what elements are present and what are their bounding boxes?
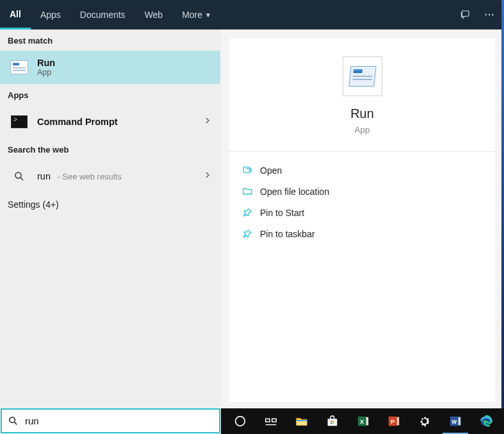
store-icon: [325, 414, 339, 428]
web-result-query: run: [37, 171, 51, 181]
svg-rect-17: [330, 422, 332, 424]
svg-point-0: [485, 14, 487, 15]
powerpoint-icon: P: [387, 414, 401, 428]
gear-icon: [418, 414, 432, 428]
action-label: Open file location: [260, 187, 329, 197]
search-filter-tabs: All Apps Documents Web More ▼: [0, 0, 501, 29]
result-web-search[interactable]: run - See web results: [0, 160, 220, 193]
svg-point-8: [236, 417, 245, 426]
svg-rect-18: [332, 422, 334, 424]
open-icon: [242, 165, 260, 176]
action-label: Open: [260, 165, 282, 176]
svg-rect-24: [397, 417, 400, 426]
svg-text:W: W: [451, 419, 457, 425]
taskbar-powerpoint[interactable]: P: [378, 408, 409, 434]
svg-rect-21: [366, 417, 369, 426]
svg-rect-10: [272, 419, 276, 422]
cortana-icon: [233, 414, 247, 428]
section-header-settings[interactable]: Settings (4+): [0, 193, 220, 216]
svg-line-4: [20, 178, 23, 180]
svg-rect-16: [332, 421, 334, 422]
feedback-icon: [459, 9, 471, 21]
section-header-search-web: Search the web: [0, 138, 220, 160]
word-icon: W: [448, 414, 462, 428]
desktop-right-edge: [501, 0, 504, 434]
more-horizontal-icon: [484, 9, 495, 21]
result-app-command-prompt[interactable]: Command Prompt: [0, 105, 220, 138]
tab-documents[interactable]: Documents: [70, 0, 135, 29]
svg-rect-9: [266, 419, 270, 422]
search-panel: All Apps Documents Web More ▼ Best match: [0, 0, 501, 408]
action-open-file-location[interactable]: Open file location: [233, 181, 491, 202]
preview-column: Run App Open Open file location: [220, 29, 501, 408]
taskbar-settings[interactable]: [409, 408, 440, 434]
svg-rect-13: [297, 420, 307, 421]
pin-icon: [242, 207, 260, 218]
svg-line-7: [14, 422, 17, 425]
tab-web[interactable]: Web: [135, 0, 173, 29]
result-subtitle: App: [37, 68, 213, 77]
result-title: Command Prompt: [37, 117, 202, 127]
svg-text:X: X: [360, 419, 364, 425]
action-open[interactable]: Open: [233, 160, 491, 181]
svg-point-1: [489, 14, 490, 15]
preview-app-icon: [343, 56, 382, 96]
preview-subtitle: App: [229, 125, 495, 135]
results-column: Best match Run App Apps Command Prompt S…: [0, 29, 220, 408]
chevron-right-icon[interactable]: [202, 170, 213, 183]
taskbar-excel[interactable]: X: [348, 408, 378, 434]
svg-point-6: [9, 417, 14, 423]
search-box[interactable]: [1, 408, 220, 433]
taskbar-file-explorer[interactable]: [286, 408, 317, 434]
taskbar-microsoft-store[interactable]: [317, 408, 348, 434]
taskbar-cortana-button[interactable]: [225, 408, 256, 434]
svg-rect-15: [330, 421, 332, 422]
section-header-apps: Apps: [0, 84, 220, 105]
result-best-match-run[interactable]: Run App: [0, 51, 220, 84]
taskbar-task-view-button[interactable]: [256, 408, 286, 434]
preview-card: Run App Open Open file location: [229, 38, 495, 402]
search-input[interactable]: [24, 415, 219, 427]
tab-apps[interactable]: Apps: [31, 0, 70, 29]
options-button[interactable]: [477, 0, 501, 29]
task-view-icon: [264, 414, 278, 428]
feedback-button[interactable]: [453, 0, 477, 29]
search-icon: [8, 165, 31, 188]
tab-all[interactable]: All: [0, 0, 31, 29]
svg-text:P: P: [391, 419, 394, 425]
folder-icon: [242, 186, 260, 197]
svg-rect-5: [243, 167, 250, 173]
svg-point-2: [492, 14, 493, 15]
action-label: Pin to taskbar: [260, 229, 315, 239]
taskbar-edge[interactable]: [471, 408, 501, 434]
result-title: Run: [37, 58, 213, 68]
file-explorer-icon: [295, 414, 309, 428]
svg-point-3: [15, 172, 21, 178]
pin-icon: [242, 228, 260, 239]
web-result-suffix: - See web results: [57, 172, 121, 181]
excel-icon: X: [356, 414, 370, 428]
action-label: Pin to Start: [260, 208, 304, 218]
command-prompt-icon: [8, 110, 31, 133]
preview-actions: Open Open file location Pin to Start: [229, 152, 495, 252]
action-pin-to-taskbar[interactable]: Pin to taskbar: [233, 223, 491, 244]
tab-more-label: More: [182, 10, 202, 20]
chevron-down-icon: ▼: [205, 12, 211, 19]
action-pin-to-start[interactable]: Pin to Start: [233, 202, 491, 223]
chevron-right-icon[interactable]: [202, 115, 213, 128]
preview-title: Run: [229, 106, 495, 121]
svg-rect-14: [328, 419, 337, 426]
edge-icon: [479, 414, 493, 428]
search-icon: [2, 415, 24, 426]
svg-rect-27: [459, 417, 461, 426]
tab-more[interactable]: More ▼: [172, 0, 221, 29]
taskbar-word[interactable]: W: [440, 408, 471, 434]
section-header-best-match: Best match: [0, 29, 220, 51]
run-app-icon: [8, 56, 31, 79]
taskbar: X P W: [221, 408, 504, 434]
